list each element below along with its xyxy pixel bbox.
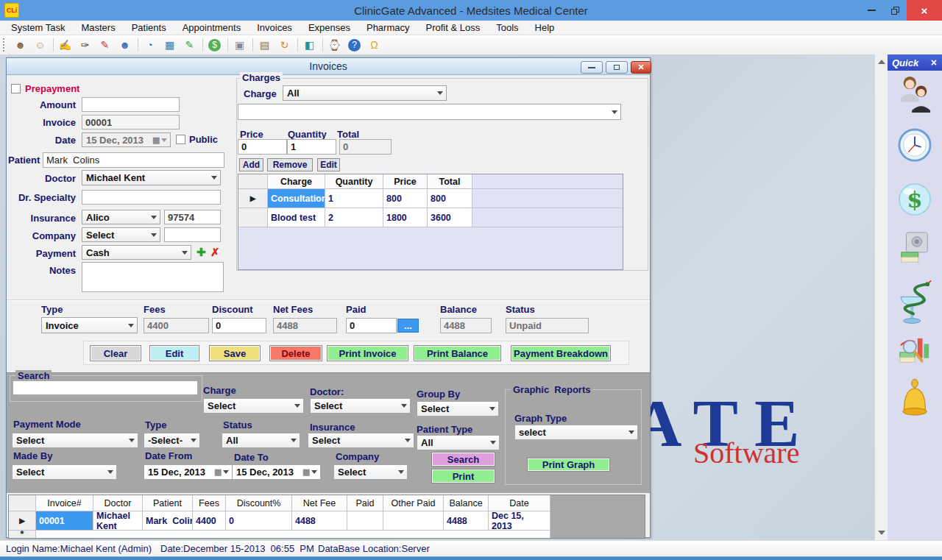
discount-field[interactable]: 0	[212, 318, 266, 333]
invoice-number-field[interactable]: 00001	[82, 115, 180, 130]
column-header[interactable]: Date	[489, 495, 550, 511]
grid-cell[interactable]: 1800	[383, 208, 428, 227]
delete-payment-icon[interactable]: ✗	[210, 246, 220, 259]
calendar-icon[interactable]: ▦	[152, 135, 170, 146]
company-number-field[interactable]	[164, 227, 221, 242]
search-button[interactable]: Search	[431, 452, 495, 467]
fees-field[interactable]: 4400	[144, 318, 209, 333]
grid-cell[interactable]: Mark Colins	[143, 511, 193, 531]
grid-cell[interactable]: 4488	[292, 511, 347, 531]
billing-note-icon[interactable]: ✎	[182, 38, 197, 53]
patient-type-select[interactable]: All	[417, 435, 500, 450]
made-by-select[interactable]: Select	[12, 464, 117, 480]
records-icon[interactable]: ▣	[232, 38, 247, 53]
notes-field[interactable]	[82, 262, 224, 292]
row-selector[interactable]	[238, 208, 268, 227]
clock-icon[interactable]	[898, 122, 932, 172]
microscope-icon[interactable]: ✑	[77, 38, 93, 53]
mdi-vertical-scrollbar[interactable]	[874, 54, 888, 540]
grid-cell[interactable]: 800	[428, 189, 472, 208]
menu-profit-loss[interactable]: Profit & Loss	[418, 21, 489, 35]
public-checkbox[interactable]	[176, 135, 185, 144]
date-picker[interactable]: 15 Dec, 2013 ▦	[82, 132, 171, 147]
paid-details-button[interactable]: ...	[397, 319, 419, 333]
minimize-button[interactable]	[860, 0, 883, 21]
delete-button[interactable]: Delete	[269, 345, 322, 361]
patients-icon[interactable]	[898, 74, 932, 118]
column-header[interactable]: Charge	[268, 174, 325, 189]
column-header[interactable]: Patient	[143, 495, 193, 511]
print-button[interactable]: Print	[431, 469, 495, 483]
calendar-icon[interactable]: ▦	[214, 467, 232, 478]
dollar-icon[interactable]: $	[208, 39, 221, 52]
menu-appointments[interactable]: Appointments	[174, 21, 249, 35]
grid-cell[interactable]: 4488	[444, 511, 489, 531]
status-field[interactable]: Unpaid	[506, 318, 589, 333]
new-row-selector[interactable]: *	[9, 531, 36, 538]
search-type-select[interactable]: -Select-	[144, 433, 200, 448]
row-selector[interactable]: ▶	[238, 189, 268, 208]
grid-cell[interactable]: 800	[383, 189, 428, 208]
grid-cell[interactable]	[383, 511, 444, 531]
save-button[interactable]: Save	[209, 345, 261, 361]
bell-icon[interactable]	[898, 377, 932, 424]
menu-tools[interactable]: Tools	[488, 21, 526, 35]
grid-cell[interactable]	[347, 511, 383, 531]
payment-breakdown-button[interactable]: Payment Breakdown	[511, 345, 611, 361]
search-input[interactable]	[13, 380, 198, 395]
grid-cell[interactable]: 2	[325, 208, 383, 227]
doctor-select[interactable]: Michael Kent	[82, 170, 221, 185]
menu-patients[interactable]: Patients	[124, 21, 174, 35]
date-to-picker[interactable]: 15 Dec, 2013 ▦	[232, 464, 321, 480]
menu-help[interactable]: Help	[527, 21, 563, 35]
new-row[interactable]	[36, 531, 550, 538]
balance-field[interactable]: 4488	[440, 318, 492, 333]
grid-cell[interactable]: Michael Kent	[93, 511, 143, 531]
print-balance-button[interactable]: Print Balance	[414, 345, 501, 361]
quantity-field[interactable]: 1	[287, 139, 336, 155]
dollar-icon[interactable]: $	[898, 177, 932, 225]
edit-button[interactable]: Edit	[149, 345, 199, 361]
insurance-select[interactable]: Alico	[82, 210, 160, 224]
child-restore-button[interactable]	[606, 61, 628, 74]
doctor-icon[interactable]: ☻	[117, 38, 132, 53]
column-header[interactable]: Quantity	[325, 174, 383, 189]
safe-icon[interactable]: ▤	[257, 38, 272, 53]
report-search-icon[interactable]	[898, 333, 932, 372]
close-button[interactable]: ×	[907, 0, 942, 21]
payment-select[interactable]: Cash	[82, 245, 191, 260]
calendar-icon[interactable]: ▦	[162, 38, 177, 53]
menu-system-task[interactable]: System Task	[3, 21, 73, 35]
patient-icon[interactable]: ☺	[32, 38, 48, 53]
column-header[interactable]: Total	[428, 174, 472, 189]
help-icon[interactable]: ?	[348, 39, 361, 52]
patient-field[interactable]: Mark Colins	[43, 152, 224, 168]
add-charge-button[interactable]: Add	[239, 158, 263, 171]
grid-cell[interactable]: 1	[325, 189, 383, 208]
patients-icon[interactable]: ☻	[13, 38, 28, 53]
scroll-up-icon[interactable]	[878, 60, 885, 64]
company-select[interactable]: Select	[82, 227, 160, 242]
pharmacy-icon[interactable]	[898, 280, 932, 331]
clock-icon[interactable]: ◔	[142, 38, 157, 53]
search-charge-select[interactable]: Select	[203, 398, 304, 414]
child-close-button[interactable]: ✕	[631, 61, 651, 74]
chart-icon[interactable]: ◧	[302, 38, 317, 53]
net-fees-field[interactable]: 4488	[273, 318, 337, 333]
scroll-down-icon[interactable]	[878, 531, 885, 535]
column-header[interactable]: Other Paid	[383, 495, 444, 511]
column-header[interactable]: Doctor	[93, 495, 143, 511]
date-from-picker[interactable]: 15 Dec, 2013 ▦	[144, 464, 233, 480]
grid-cell[interactable]: 0	[226, 511, 292, 531]
clear-button[interactable]: Clear	[90, 345, 141, 361]
group-by-select[interactable]: Select	[417, 401, 499, 417]
charge-select[interactable]: All	[283, 85, 447, 101]
amount-field[interactable]	[82, 97, 180, 112]
row-selector[interactable]: ▶	[9, 511, 36, 531]
search-company-select[interactable]: Select	[333, 464, 408, 480]
restore-button[interactable]	[883, 0, 907, 21]
menu-masters[interactable]: Masters	[73, 21, 123, 35]
menu-invoices[interactable]: Invoices	[249, 21, 300, 35]
safe-money-icon[interactable]	[898, 230, 932, 271]
insurance-number-field[interactable]: 97574	[164, 210, 221, 224]
